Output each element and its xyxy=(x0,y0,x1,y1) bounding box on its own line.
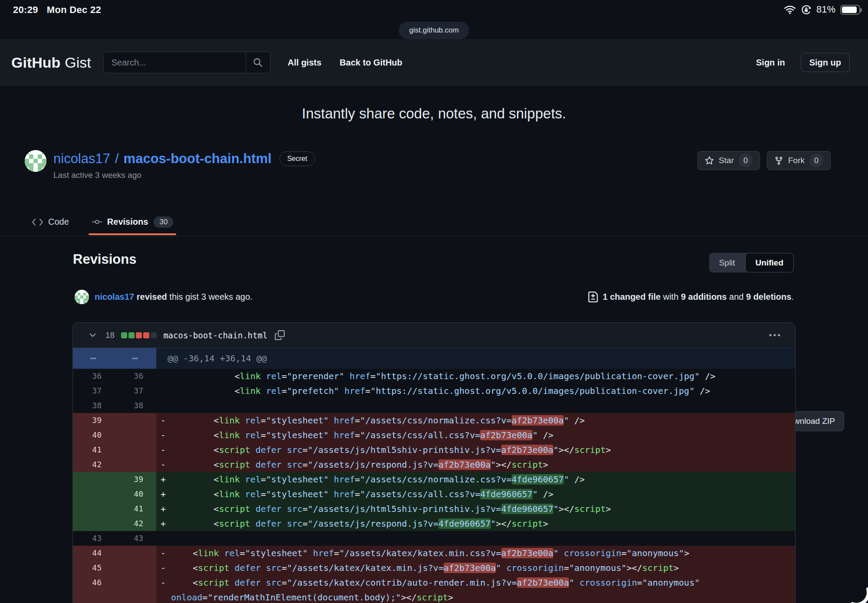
new-line-number xyxy=(115,546,156,560)
diff-file-header: 18 macos-boot-chain.html xyxy=(73,323,795,348)
fork-button[interactable]: Fork 0 xyxy=(767,151,831,170)
diff-code: <link rel="prefetch" href="https://stati… xyxy=(156,383,795,398)
diff-line: onload="renderMathInElement(document.bod… xyxy=(73,590,795,603)
battery-percent: 81% xyxy=(816,4,835,15)
diff-line: 40+ <link rel="stylesheet" href="/assets… xyxy=(73,487,795,501)
new-line-number: 43 xyxy=(115,531,156,546)
diff-line: 45- <script defer src="/assets/katex/kat… xyxy=(73,560,795,575)
gist-title: nicolas17 / macos-boot-chain.html Secret xyxy=(53,151,315,167)
rotation-lock-icon xyxy=(801,4,812,15)
diff-line: 39+ <link rel="stylesheet" href="/assets… xyxy=(73,472,795,487)
diff-code: - <script defer src="/assets/js/respond.… xyxy=(156,457,795,472)
title-separator: / xyxy=(115,151,119,167)
old-line-number: 42 xyxy=(73,457,115,472)
diff-code: - <link rel="stylesheet" href="/assets/c… xyxy=(156,428,795,442)
sign-up-button[interactable]: Sign up xyxy=(801,53,850,72)
new-line-number: 38 xyxy=(115,398,156,413)
diff-code: + <link rel="stylesheet" href="/assets/c… xyxy=(156,472,795,487)
revision-summary: 1 changed file with 9 additions and 9 de… xyxy=(588,292,794,302)
secret-badge: Secret xyxy=(279,151,315,166)
addition-square xyxy=(128,332,135,338)
search-button[interactable] xyxy=(246,52,270,73)
diff-code: + <link rel="stylesheet" href="/assets/c… xyxy=(156,487,795,501)
sign-in-link[interactable]: Sign in xyxy=(756,58,785,68)
new-line-number xyxy=(115,575,156,590)
diff-code: <link rel="prerender" href="https://stat… xyxy=(156,369,795,383)
deletion-square xyxy=(136,332,142,338)
github-gist-logo[interactable]: GitHub Gist xyxy=(11,54,91,71)
old-line-number xyxy=(73,472,115,487)
gist-filename-link[interactable]: macos-boot-chain.html xyxy=(124,151,272,167)
battery-icon xyxy=(840,5,860,15)
tab-revisions[interactable]: Revisions 30 xyxy=(90,207,174,236)
revision-entry: nicolas17 revised this gist 3 weeks ago.… xyxy=(75,290,794,304)
chevron-down-icon[interactable] xyxy=(89,331,97,339)
diff-code: + <script defer src="/assets/js/html5shi… xyxy=(156,501,795,516)
revision-author-link[interactable]: nicolas17 xyxy=(95,292,134,302)
diff-code: - <script defer src="/assets/js/html5shi… xyxy=(156,442,795,457)
gist-tab-bar: Code Revisions 30 Embed <script src="htt… xyxy=(0,204,868,236)
owner-avatar[interactable] xyxy=(25,150,46,172)
diff-line: 44- <link rel="stylesheet" href="/assets… xyxy=(73,546,795,560)
diff-card: 18 macos-boot-chain.html ⋯⋯@@ -36,14 +36… xyxy=(72,322,796,603)
diff-code: - <script defer src="/assets/katex/katex… xyxy=(156,560,795,575)
neutral-square xyxy=(151,332,157,338)
status-date: Mon Dec 22 xyxy=(47,4,101,16)
star-button[interactable]: Star 0 xyxy=(697,151,760,170)
revisions-icon xyxy=(92,219,102,225)
new-line-number: 39 xyxy=(115,472,156,487)
revisions-count-badge: 30 xyxy=(154,216,173,228)
old-line-number: 41 xyxy=(73,442,115,457)
nav-back-to-github[interactable]: Back to GitHub xyxy=(340,58,402,68)
gist-owner-link[interactable]: nicolas17 xyxy=(53,151,110,167)
addition-square xyxy=(121,332,127,338)
gist-header: nicolas17 / macos-boot-chain.html Secret… xyxy=(25,150,831,180)
revisions-heading: Revisions xyxy=(73,252,136,267)
address-bar[interactable]: gist.github.com xyxy=(399,22,469,39)
expand-hunk-up[interactable]: ⋯ xyxy=(73,348,115,369)
new-line-number xyxy=(115,428,156,442)
new-line-number: 40 xyxy=(115,487,156,501)
expand-hunk-down[interactable]: ⋯ xyxy=(115,348,156,369)
diff-line: 39- <link rel="stylesheet" href="/assets… xyxy=(73,413,795,428)
new-line-number xyxy=(115,457,156,472)
summary-changed-files: 1 changed file xyxy=(603,292,661,302)
old-line-number: 38 xyxy=(73,398,115,413)
diff-line: 42+ <script defer src="/assets/js/respon… xyxy=(73,516,795,531)
kebab-menu-icon[interactable] xyxy=(769,334,780,337)
new-line-number: 42 xyxy=(115,516,156,531)
old-line-number: 40 xyxy=(73,428,115,442)
tab-code[interactable]: Code xyxy=(30,207,70,236)
copy-filename-icon[interactable] xyxy=(275,330,285,340)
diff-line: 3636 <link rel="prerender" href="https:/… xyxy=(73,369,795,383)
diff-line: 42- <script defer src="/assets/js/respon… xyxy=(73,457,795,472)
fork-count: 0 xyxy=(809,154,823,167)
wifi-icon xyxy=(784,5,796,14)
toggle-unified[interactable]: Unified xyxy=(745,253,794,272)
summary-and: and xyxy=(729,292,743,302)
summary-additions: 9 additions xyxy=(681,292,727,302)
diff-code: + <script defer src="/assets/js/respond.… xyxy=(156,516,795,531)
status-time: 20:29 xyxy=(13,4,38,16)
summary-deletions: 9 deletions xyxy=(746,292,791,302)
revision-action: revised xyxy=(137,292,167,302)
diff-line: 41+ <script defer src="/assets/js/html5s… xyxy=(73,501,795,516)
old-line-number: 39 xyxy=(73,413,115,428)
site-header: GitHub Gist All gists Back to GitHub Sig… xyxy=(0,39,868,86)
diff-line: 40- <link rel="stylesheet" href="/assets… xyxy=(73,428,795,442)
old-line-number xyxy=(73,501,115,516)
toggle-split[interactable]: Split xyxy=(709,253,745,272)
diff-code: - <link rel="stylesheet" href="/assets/c… xyxy=(156,413,795,428)
pointer-cursor-arc xyxy=(846,585,868,603)
summary-period: . xyxy=(791,292,794,302)
hero-tagline: Instantly share code, notes, and snippet… xyxy=(0,105,868,122)
fork-label: Fork xyxy=(788,156,805,165)
header-nav: All gists Back to GitHub xyxy=(288,58,402,68)
tab-revisions-label: Revisions xyxy=(107,217,148,227)
diff-code: onload="renderMathInElement(document.bod… xyxy=(156,590,795,603)
revision-avatar[interactable] xyxy=(75,290,89,304)
search-input[interactable] xyxy=(104,52,246,73)
old-line-number xyxy=(73,487,115,501)
nav-all-gists[interactable]: All gists xyxy=(288,58,322,68)
diff-filename[interactable]: macos-boot-chain.html xyxy=(163,331,267,340)
